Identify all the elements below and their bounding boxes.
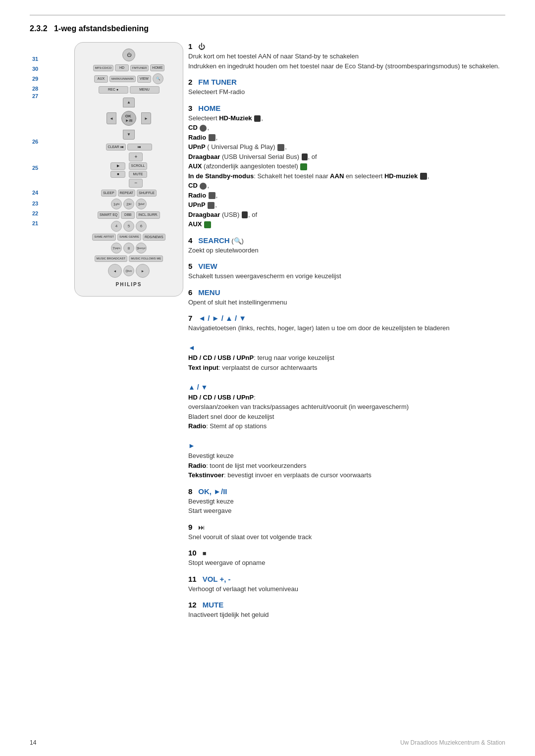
remote-row-123: 1ghi 2jkl 3def (80, 199, 178, 209)
remote-row-artist: SAME ARTIST SAME GENRE RDS/NEWS (80, 234, 178, 241)
num7-button[interactable]: 7pqrs (111, 243, 122, 253)
mark-button[interactable]: MARK/UNMARK (109, 76, 136, 82)
item-9: 9 ⏭ Snel vooruit of slaat over tot volge… (188, 523, 505, 542)
top-border (30, 15, 505, 15)
item-3-number: 3 (188, 104, 197, 112)
item-6-keyword: MENU (198, 288, 220, 297)
shuffle-button[interactable]: SHUFFLE (137, 190, 157, 197)
vol-down-button[interactable]: − (129, 179, 143, 188)
num5-button[interactable]: 5 (123, 221, 134, 232)
item-1-desc: Druk kort om het toestel AAN of naar Sta… (188, 51, 505, 71)
remote-row-789: 7pqrs 8 9wxyz (80, 243, 178, 253)
clear-button[interactable]: CLEAR ⏮ (106, 144, 126, 151)
power-button[interactable]: ⏻ (122, 49, 135, 61)
nav-up-button[interactable]: ▲ (123, 98, 135, 107)
remote-row-vol: ▶ ■ + SCROLL MUTE − (80, 152, 178, 188)
num-label-25: 25 (32, 165, 38, 171)
remote-row-eq: SMART EQ DBB INCL.SURR. (80, 211, 178, 218)
remote-row-0: ◄ 0tuv ► (80, 264, 178, 278)
remote-wrapper: 31 30 29 28 27 26 25 24 23 22 21 1 2 3 4… (54, 42, 168, 297)
item-4-desc: Zoekt op sleutelwoorden (188, 246, 505, 255)
item-10-number: 10 (188, 549, 201, 557)
item-2: 2 FM TUNER Selecteert FM-radio (188, 78, 505, 97)
num-label-31: 31 (32, 56, 38, 62)
item-7: 7 ◄ / ► / ▲ / ▼ Navigatietoetsen (links,… (188, 314, 505, 480)
remote-row-music: MUSIC BROADCAST MUSIC FOLLOWS ME (80, 255, 178, 262)
num9-button[interactable]: 9wxyz (136, 243, 147, 253)
stop-button[interactable]: ■ (110, 171, 125, 178)
item-11-number: 11 (188, 575, 201, 583)
samegenre-button[interactable]: SAME GENRE (117, 234, 141, 240)
remote-row-1: MP3-CD/CD HD FMTUNER HOME (80, 64, 178, 71)
item-12-desc: Inactiveert tijdelijk het geluid (188, 610, 505, 620)
repeat-button[interactable]: REPEAT (118, 190, 136, 197)
num0-button[interactable]: 0tuv (123, 265, 134, 276)
prev-button[interactable]: ◄ (108, 264, 122, 278)
aux-button[interactable]: AUX (94, 75, 108, 82)
num-label-21: 21 (32, 220, 38, 226)
item-4: 4 SEARCH (🔍) Zoekt op sleutelwoorden (188, 236, 505, 255)
rec-button[interactable]: REC ● (99, 86, 128, 93)
num3-button[interactable]: 3def (136, 199, 147, 209)
view-button[interactable]: VIEW (137, 75, 151, 82)
nav-down-button[interactable]: ▼ (123, 130, 135, 140)
item-11: 11 VOL +, - Verhoogt of verlaagt het vol… (188, 575, 505, 594)
nav-left-button[interactable]: ◄ (107, 112, 116, 124)
item-2-keyword: FM TUNER (198, 78, 237, 86)
smarteq-button[interactable]: SMART EQ (98, 211, 119, 218)
dbb-button[interactable]: DBB (121, 211, 135, 218)
left-column: 31 30 29 28 27 26 25 24 23 22 21 1 2 3 4… (30, 42, 168, 627)
item-10-desc: Stopt weergave of opname (188, 558, 505, 568)
musicbroadcast-button[interactable]: MUSIC BROADCAST (95, 255, 127, 262)
num-label-23: 23 (32, 201, 38, 206)
num-label-24: 24 (32, 190, 38, 196)
rdsnews-button[interactable]: RDS/NEWS (143, 234, 165, 241)
item-8-keyword: OK, ►/II (198, 487, 227, 496)
sleep-button[interactable]: SLEEP (101, 190, 116, 197)
item-9-symbol: ⏭ (198, 523, 205, 531)
footer: 14 Uw Draadloos Muziekcentrum & Station (30, 739, 505, 746)
mp3-cd-button[interactable]: MP3-CD/CD (93, 65, 113, 71)
item-6-number: 6 (188, 288, 197, 297)
play-button[interactable]: ▶ (110, 162, 125, 169)
item-6: 6 MENU Opent of sluit het instellingenme… (188, 288, 505, 307)
home-button[interactable]: HOME (150, 64, 164, 71)
num6-button[interactable]: 6 (136, 221, 147, 232)
musicfollowsme-button[interactable]: MUSIC FOLLOWS ME (129, 255, 163, 262)
page-number: 14 (30, 739, 36, 746)
num8-button[interactable]: 8 (123, 243, 134, 253)
hd-button[interactable]: HD (115, 64, 129, 71)
num-label-30: 30 (32, 66, 38, 72)
item-3-keyword: HOME (198, 104, 220, 112)
num-label-26: 26 (32, 139, 38, 145)
num-label-29: 29 (32, 76, 38, 82)
section-number: 2.3.2 (30, 24, 48, 33)
num1-button[interactable]: 1ghi (111, 199, 122, 209)
vol-up-button[interactable]: + (129, 152, 143, 161)
nav-right-button[interactable]: ► (141, 112, 151, 124)
num4-button[interactable]: 4 (111, 221, 122, 232)
num2-button[interactable]: 2jkl (123, 199, 134, 209)
num-label-28: 28 (32, 86, 38, 92)
item-4-keyword: SEARCH (198, 236, 229, 245)
item-9-desc: Snel vooruit of slaat over tot volgende … (188, 532, 505, 542)
inclsurr-button[interactable]: INCL.SURR. (136, 211, 160, 218)
ok-play-button[interactable]: OK►/II (121, 111, 136, 126)
page: 2.3.2 1-weg afstandsbediening 31 30 29 2… (0, 0, 535, 756)
item-7-number: 7 (188, 314, 197, 322)
ffwd-button[interactable]: ⏭ (127, 144, 152, 151)
fmtuner-button[interactable]: FMTUNER (130, 65, 149, 71)
philips-logo: PHILIPS (80, 282, 178, 287)
item-8-desc: Bevestigt keuze Start weergave (188, 497, 505, 516)
remote-control: ⏻ MP3-CD/CD HD FMTUNER HOME AUX MARK/UNM… (74, 42, 183, 297)
scroll-button[interactable]: SCROLL (129, 162, 147, 169)
sameartist-button[interactable]: SAME ARTIST (92, 234, 116, 240)
num-label-22: 22 (32, 210, 38, 216)
next-button2[interactable]: ► (136, 264, 150, 278)
menu-button[interactable]: MENU (130, 86, 160, 93)
search-button[interactable]: 🔍 (153, 73, 163, 84)
remote-row-ff: CLEAR ⏮ ⏭ (80, 144, 178, 151)
item-4-number: 4 (188, 236, 197, 245)
item-12: 12 MUTE Inactiveert tijdelijk het geluid (188, 601, 505, 620)
mute-button[interactable]: MUTE (129, 171, 147, 178)
